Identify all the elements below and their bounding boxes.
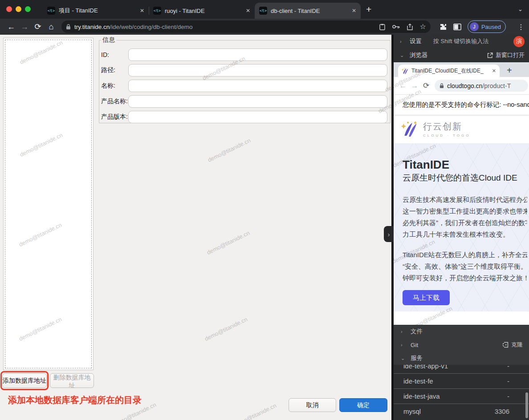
scrollbar-thumb[interactable] xyxy=(525,392,528,418)
ok-button[interactable]: 确定 xyxy=(339,398,387,412)
git-section-row[interactable]: › Git 克隆 xyxy=(394,338,529,351)
tab-ruoyi[interactable]: <t> ruoyi - TitanIDE ✕ xyxy=(149,3,255,19)
id-label: ID: xyxy=(101,51,128,58)
annotation-text: 添加本地数据库客户端所在的目录 xyxy=(8,394,142,406)
settings-label: 设置 xyxy=(410,37,422,45)
path-field[interactable] xyxy=(128,64,387,77)
database-path-list[interactable] xyxy=(3,38,94,370)
settings-section-row[interactable]: › 设置 按 Shift 键切换输入法 演 xyxy=(394,35,529,48)
side-panel-icon[interactable] xyxy=(453,24,461,30)
hero-section: TitanIDE 云原生时代您的首选Cloud IDE 云原生技术高速发展和后疫… xyxy=(394,143,529,311)
url-host: try.titanide.cn xyxy=(74,24,110,30)
files-section-row[interactable]: › 文件 xyxy=(394,325,529,338)
embedded-tab-close-icon[interactable]: ✕ xyxy=(492,68,496,74)
service-row[interactable]: ide-test-java - xyxy=(394,388,529,404)
chevron-down-icon: ⌄ xyxy=(401,355,411,361)
product-name-label: 产品名称: xyxy=(101,97,128,105)
open-new-window-icon xyxy=(487,52,493,58)
password-key-icon[interactable] xyxy=(392,24,400,29)
product-version-field[interactable] xyxy=(128,111,387,123)
delete-database-path-button[interactable]: 删除数据库地址 xyxy=(50,373,94,388)
profile-button[interactable]: J Paused xyxy=(468,20,506,33)
tab-db-client-active[interactable]: <t> db-client - TitanIDE ✕ xyxy=(255,3,361,19)
minimize-window-button[interactable] xyxy=(16,6,21,12)
service-port: - xyxy=(507,365,509,370)
tab-close-icon[interactable]: ✕ xyxy=(352,8,356,14)
tab-title: 项目 - TitanIDE xyxy=(59,7,137,15)
embedded-tab[interactable]: TitanIDE_CloudIDE_在线IDE_ ✕ xyxy=(398,65,500,77)
path-label: 路径: xyxy=(101,66,128,74)
clipboard-icon[interactable] xyxy=(379,24,385,30)
product-name-field[interactable] xyxy=(128,95,387,108)
ide-sections: › 文件 › Git 克隆 ⌄ xyxy=(394,325,529,420)
embedded-forward-button[interactable]: → xyxy=(409,81,420,90)
git-label: Git xyxy=(411,342,418,348)
tab-title: ruoyi - TitanIDE xyxy=(165,8,243,14)
embedded-back-button[interactable]: ← xyxy=(397,81,409,90)
chevron-right-icon: › xyxy=(400,39,410,44)
tab-list-chevron-icon[interactable]: ⌄ xyxy=(518,6,523,12)
services-section-row[interactable]: ⌄ 服务 xyxy=(394,351,529,365)
service-row[interactable]: mysql 3306 xyxy=(394,404,529,419)
cloudtogo-logo-icon xyxy=(401,121,419,137)
extensions-puzzle-icon[interactable] xyxy=(439,23,447,31)
clone-label: 克隆 xyxy=(511,341,523,349)
tab-title: db-client - TitanIDE xyxy=(271,8,349,14)
git-clone-button[interactable]: 克隆 xyxy=(502,341,523,349)
cancel-button[interactable]: 取消 xyxy=(289,398,336,412)
reload-button[interactable]: ⟳ xyxy=(31,22,45,32)
back-button[interactable]: ← xyxy=(4,22,18,32)
id-field[interactable] xyxy=(128,48,387,61)
embedded-new-tab-button[interactable]: + xyxy=(507,65,512,76)
info-fieldset: 信息 ID: 路径: 名称: 产品名称: 产品版本 xyxy=(99,36,391,123)
screen: <t> 项目 - TitanIDE ✕ <t> ruoyi - TitanIDE… xyxy=(0,0,529,420)
demo-badge: 演 xyxy=(513,36,525,47)
service-name: ide-test-java xyxy=(403,392,440,400)
browser-section-row[interactable]: ⌄ 浏览器 新窗口打开 xyxy=(394,48,529,62)
zoom-window-button[interactable] xyxy=(25,6,31,12)
lock-icon xyxy=(439,83,444,89)
name-field[interactable] xyxy=(128,80,387,92)
logo-text: 行云创新 xyxy=(423,121,470,133)
close-window-button[interactable] xyxy=(6,6,12,12)
service-row[interactable]: ide-test-app-v1 - xyxy=(394,365,529,373)
embedded-address-bar[interactable]: cloudtogo.cn /product-T xyxy=(435,80,528,92)
embedded-url-host: cloudtogo.cn xyxy=(447,82,482,89)
new-tab-button[interactable]: + xyxy=(366,4,371,14)
db-client-page: 信息 ID: 路径: 名称: 产品名称: 产品版本 xyxy=(0,35,391,420)
url-path: /ide/web/coding/db-client/demo xyxy=(110,24,379,30)
panel-collapse-handle[interactable]: › xyxy=(384,226,394,242)
forward-button[interactable]: → xyxy=(18,22,31,32)
embedded-tab-title: TitanIDE_CloudIDE_在线IDE_ xyxy=(411,67,490,75)
cloudtogo-logo-section: 行云创新 CLOUD · TOGO xyxy=(394,115,529,143)
services-label: 服务 xyxy=(411,354,423,362)
home-button[interactable]: ⌂ xyxy=(45,22,58,32)
open-new-window-button[interactable]: 新窗口打开 xyxy=(487,51,525,59)
share-icon[interactable] xyxy=(407,24,413,30)
name-label: 名称: xyxy=(101,82,128,90)
browser-toolbar: ← → ⟳ ⌂ try.titanide.cn /ide/web/coding/… xyxy=(0,19,529,35)
bookmark-star-icon[interactable]: ☆ xyxy=(420,23,426,30)
tab-strip: <t> 项目 - TitanIDE ✕ <t> ruoyi - TitanIDE… xyxy=(43,3,361,19)
hero-subtitle: 云原生时代您的首选Cloud IDE xyxy=(403,172,527,184)
download-button[interactable]: 马上下载 xyxy=(403,290,450,305)
fieldset-legend: 信息 xyxy=(101,36,116,44)
ime-hint: 按 Shift 键切换输入法 xyxy=(433,37,488,45)
tab-close-icon[interactable]: ✕ xyxy=(246,8,250,14)
hero-title: TitanIDE xyxy=(403,158,527,172)
product-version-label: 产品版本: xyxy=(101,113,128,121)
browser-menu-icon[interactable]: ⋮ xyxy=(517,23,525,31)
service-port: 3306 xyxy=(495,408,509,415)
embedded-tab-strip: TitanIDE_CloudIDE_在线IDE_ ✕ + xyxy=(394,62,529,77)
address-bar[interactable]: try.titanide.cn /ide/web/coding/db-clien… xyxy=(61,20,431,33)
embedded-toolbar: ← → ⟳ cloudtogo.cn /product-T xyxy=(394,77,529,94)
service-port: - xyxy=(507,377,509,385)
service-name: ide-test-fe xyxy=(403,377,433,385)
service-name: ide-test-app-v1 xyxy=(403,365,448,370)
cloudtogo-favicon-icon xyxy=(402,68,409,74)
service-row[interactable]: ide-test-fe - xyxy=(394,373,529,388)
add-database-path-button[interactable]: 添加数据库地址 xyxy=(2,373,47,388)
embedded-reload-button[interactable]: ⟳ xyxy=(420,81,432,90)
tab-close-icon[interactable]: ✕ xyxy=(140,8,144,14)
tab-project[interactable]: <t> 项目 - TitanIDE ✕ xyxy=(43,3,149,19)
